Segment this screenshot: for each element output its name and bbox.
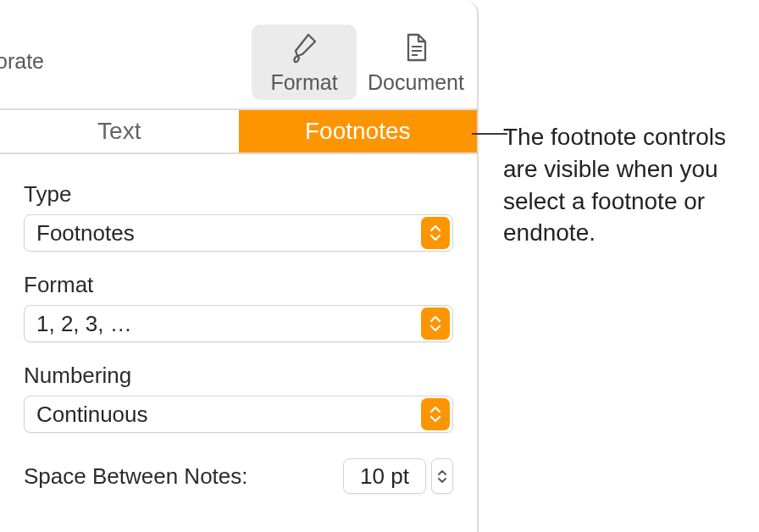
chevron-down-icon (437, 477, 447, 484)
inspector-panel: orate Format Document Text Footnotes (0, 0, 479, 532)
type-popup[interactable]: Footnotes (24, 214, 453, 252)
space-stepper: 10 pt (343, 458, 453, 494)
format-popup[interactable]: 1, 2, 3, … (24, 305, 453, 342)
tab-footnotes-label: Footnotes (305, 118, 411, 145)
toolbar: orate Format Document (0, 0, 477, 110)
tab-text-label: Text (97, 118, 141, 145)
document-icon (398, 30, 434, 65)
space-value-input[interactable]: 10 pt (343, 458, 426, 494)
type-field-group: Type Footnotes (24, 181, 453, 252)
tab-text[interactable]: Text (0, 110, 239, 152)
numbering-field-group: Numbering Continuous (24, 363, 453, 433)
inspector-tabs: Text Footnotes (0, 110, 477, 154)
numbering-label: Numbering (24, 363, 453, 389)
space-value: 10 pt (360, 463, 409, 490)
space-label: Space Between Notes: (24, 463, 248, 490)
callout-text: The footnote controls are visible when y… (503, 121, 757, 249)
format-label: Format (270, 70, 337, 95)
type-label: Type (24, 181, 453, 208)
type-value: Footnotes (36, 220, 135, 247)
document-label: Document (368, 70, 464, 95)
format-label: Format (24, 272, 453, 298)
format-value: 1, 2, 3, … (36, 311, 132, 337)
document-button[interactable]: Document (363, 25, 468, 100)
collaborate-label-fragment: orate (0, 49, 44, 74)
chevron-up-icon (437, 469, 447, 476)
stepper-arrows[interactable] (431, 458, 453, 494)
toolbar-items: Format Document (252, 25, 468, 100)
format-field-group: Format 1, 2, 3, … (24, 272, 453, 342)
numbering-value: Continuous (36, 402, 148, 428)
paintbrush-icon (286, 30, 322, 65)
callout-leader-line (472, 133, 507, 135)
footnotes-content: Type Footnotes Format 1, 2, 3, … Numberi… (0, 154, 477, 521)
chevron-up-down-icon (421, 217, 450, 249)
numbering-popup[interactable]: Continuous (24, 396, 453, 433)
tab-footnotes[interactable]: Footnotes (239, 110, 478, 152)
chevron-up-down-icon (421, 308, 450, 340)
format-button[interactable]: Format (252, 25, 357, 100)
space-between-notes-row: Space Between Notes: 10 pt (24, 458, 453, 494)
chevron-up-down-icon (421, 398, 450, 430)
